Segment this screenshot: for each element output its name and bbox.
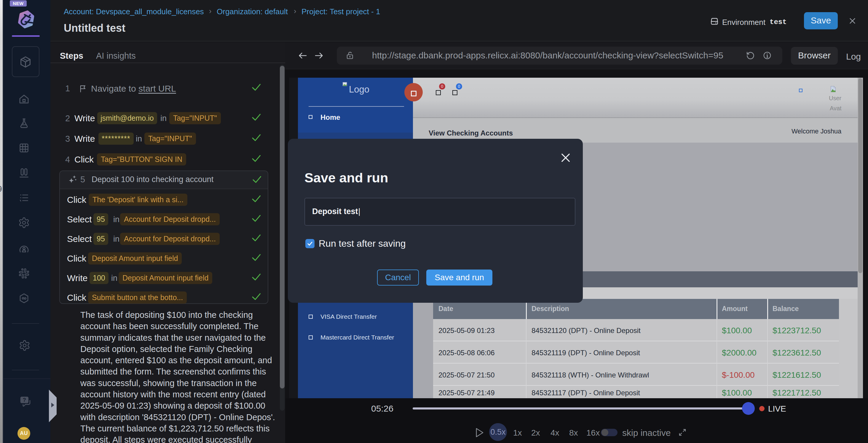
svg-text:?: ? (23, 397, 26, 403)
